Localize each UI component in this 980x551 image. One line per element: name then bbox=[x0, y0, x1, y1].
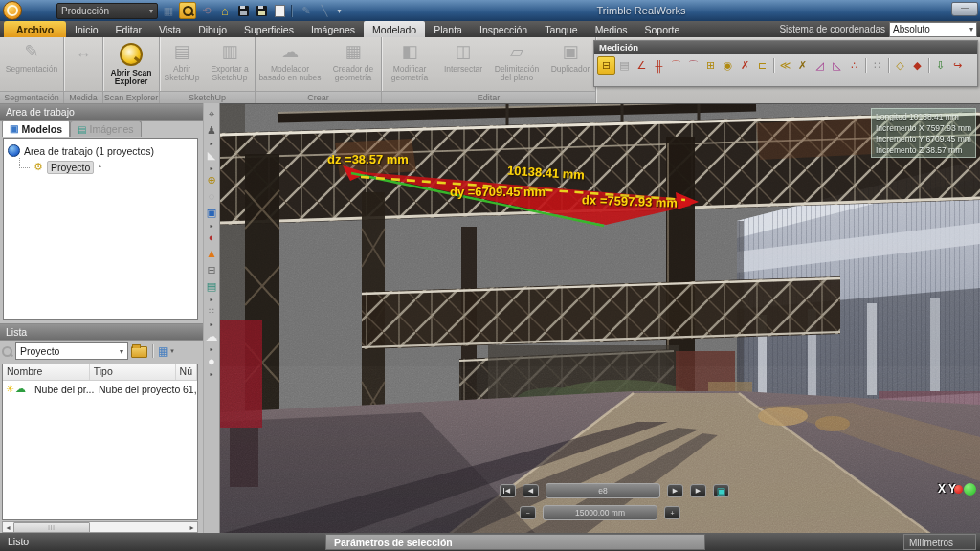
first-frame-button[interactable]: ◀ bbox=[500, 484, 516, 497]
measure-grid-icon[interactable]: ▤ bbox=[616, 57, 633, 74]
zoom-out-button[interactable]: − bbox=[520, 506, 536, 519]
sphere-display-icon[interactable]: ● bbox=[204, 353, 219, 368]
abrir-sketchup-button[interactable]: ▤ Abrir SketchUp bbox=[160, 40, 204, 83]
frame-slider[interactable]: e8 bbox=[546, 483, 660, 498]
tab-imagenes[interactable]: ▤ Imágenes bbox=[70, 121, 142, 137]
tab-imagenes[interactable]: Imágenes bbox=[302, 21, 364, 37]
home-button[interactable]: ⌂ bbox=[217, 3, 233, 18]
point-cloud-scene[interactable] bbox=[220, 104, 980, 534]
camera-view-button[interactable]: ▣ bbox=[713, 484, 729, 497]
intersectar-button[interactable]: ◫ Intersectar bbox=[438, 40, 488, 75]
tab-tanque[interactable]: Tanque bbox=[536, 21, 586, 37]
table-view-button[interactable]: ▦ ▾ bbox=[158, 344, 174, 358]
cloud-display-icon[interactable]: ☁ bbox=[204, 328, 219, 343]
expand-arrow-icon[interactable]: ▸ bbox=[210, 164, 212, 171]
tab-planta[interactable]: Planta bbox=[425, 21, 471, 37]
toolbar-options-chevron[interactable]: ▾ bbox=[335, 3, 344, 18]
duplicador-button[interactable]: ▣ Duplicador bbox=[546, 40, 595, 75]
tree-item-proyecto[interactable]: ⚙ Proyecto * bbox=[4, 159, 197, 175]
display-settings-icon[interactable]: ▣ bbox=[204, 205, 219, 220]
tab-editar[interactable]: Editar bbox=[107, 21, 150, 37]
search-tool-button[interactable] bbox=[179, 2, 196, 19]
list-filter-select[interactable]: Proyecto ▾ bbox=[15, 342, 128, 360]
tab-soporte[interactable]: Soporte bbox=[635, 21, 688, 37]
measure-angle-icon[interactable]: ∠ bbox=[634, 57, 650, 74]
orbit-icon[interactable]: ◌ bbox=[204, 188, 219, 204]
column-nombre[interactable]: Nombre bbox=[3, 364, 90, 380]
document-button[interactable] bbox=[272, 3, 287, 18]
creador-geometria-button[interactable]: ▦ Creador de geometría bbox=[325, 40, 381, 83]
fit-plane-2-icon[interactable]: ◆ bbox=[909, 57, 925, 74]
expand-arrow-icon[interactable]: ▸ bbox=[210, 221, 212, 229]
marker-icon[interactable]: ∷ bbox=[204, 303, 219, 319]
measure-arch-2-icon[interactable]: ⌒ bbox=[685, 57, 702, 74]
pick-point-icon[interactable]: ⌖ bbox=[204, 106, 219, 121]
tab-vista[interactable]: Vista bbox=[150, 21, 189, 37]
measure-dashes-icon[interactable]: ⊏ bbox=[754, 57, 770, 74]
capture-image-icon[interactable]: ▤ bbox=[204, 278, 219, 294]
exportar-sketchup-button[interactable]: ▥ Exportar a SketchUp bbox=[205, 40, 255, 83]
view-cone-icon[interactable]: ◣ bbox=[204, 147, 219, 163]
expand-arrow-icon[interactable]: ▸ bbox=[210, 320, 212, 327]
fit-plane-icon[interactable]: ◇ bbox=[892, 57, 908, 74]
tree-item-workspace[interactable]: Area de trabajo (1 proyectos) bbox=[4, 143, 197, 159]
grid-tool-button[interactable]: ▦ bbox=[161, 3, 176, 18]
stereo-view-icon[interactable]: ◐ bbox=[204, 230, 219, 245]
expand-arrow-icon[interactable]: ▸ bbox=[210, 139, 212, 146]
units-indicator[interactable]: Milímetros bbox=[903, 534, 976, 550]
line-tool-button[interactable]: ╲ bbox=[317, 3, 332, 18]
slope-percent-icon[interactable]: ◿ bbox=[812, 57, 828, 74]
xyz-coordinates-icon[interactable]: ∷ bbox=[869, 57, 885, 74]
scale-value-bar[interactable]: 15000.00 mm bbox=[543, 505, 657, 520]
scroll-right-arrow[interactable]: ▸ bbox=[187, 523, 197, 532]
scroll-left-arrow[interactable]: ◂ bbox=[3, 523, 13, 532]
medida-button[interactable]: ↔ bbox=[64, 40, 102, 66]
column-tipo[interactable]: Tipo bbox=[90, 364, 176, 380]
measure-point-icon[interactable]: ⊟ bbox=[597, 56, 615, 75]
application-menu-button[interactable] bbox=[3, 1, 22, 20]
measure-network-icon[interactable]: ⊞ bbox=[702, 57, 719, 74]
measure-delete-icon[interactable]: ✗ bbox=[737, 57, 753, 74]
tab-dibujo[interactable]: Dibujo bbox=[189, 21, 235, 37]
zoom-target-icon[interactable]: ⊕ bbox=[204, 172, 219, 187]
viewport-3d[interactable]: dz =38.57 mm 10138.41 mm dy =6709.45 mm … bbox=[220, 103, 980, 534]
profile-combobox[interactable]: Producción ▾ bbox=[56, 3, 158, 19]
tab-superficies[interactable]: Superficies bbox=[235, 21, 302, 37]
angle-measure-icon[interactable]: ≪ bbox=[777, 57, 793, 74]
save-measure-icon[interactable]: ⇩ bbox=[932, 57, 948, 74]
zoom-in-button[interactable]: + bbox=[664, 506, 680, 519]
next-frame-button[interactable]: ▶ bbox=[667, 484, 683, 497]
measure-tool-icon[interactable]: ⊟ bbox=[204, 262, 219, 277]
table-row[interactable]: ☀ ☁ Nube del pr... Nube del proyecto 61, bbox=[3, 381, 197, 397]
last-frame-button[interactable]: ▶ bbox=[690, 484, 706, 497]
tab-archivo[interactable]: Archivo bbox=[4, 21, 66, 37]
tab-modelado[interactable]: Modelado bbox=[364, 21, 425, 37]
save-button[interactable] bbox=[235, 3, 251, 18]
tab-inspeccion[interactable]: Inspección bbox=[471, 21, 536, 37]
measure-3d-icon[interactable]: ◉ bbox=[720, 57, 736, 74]
expand-arrow-icon[interactable]: ▸ bbox=[210, 295, 212, 302]
tab-modelos[interactable]: ▣ Modelos bbox=[2, 120, 70, 137]
minimize-button[interactable]: — bbox=[951, 2, 978, 16]
scrollbar-thumb[interactable]: ||| bbox=[13, 522, 90, 533]
measure-arch-icon[interactable]: ⌒ bbox=[668, 57, 684, 74]
coordinate-system-select[interactable]: Absoluto ▾ bbox=[889, 22, 977, 37]
tab-medios[interactable]: Medios bbox=[587, 21, 636, 37]
abrir-scan-explorer-button[interactable]: Abrir Scan Explorer bbox=[103, 40, 159, 87]
delimitacion-plano-button[interactable]: ▱ Delimitación del plano bbox=[489, 40, 545, 83]
limit-box-icon[interactable]: ▲ bbox=[204, 246, 219, 261]
folder-icon[interactable] bbox=[131, 346, 147, 358]
segmentacion-button[interactable]: ✎ Segmentación bbox=[0, 40, 63, 75]
polyline-measure-icon[interactable]: ∴ bbox=[846, 57, 862, 74]
tab-inicio[interactable]: Inicio bbox=[66, 21, 107, 37]
measure-height-icon[interactable]: ╫ bbox=[651, 57, 667, 74]
expand-arrow-icon[interactable]: ▸ bbox=[210, 344, 212, 352]
close-measure-icon[interactable]: ↪ bbox=[949, 57, 966, 74]
pen-tool-button[interactable]: ✎ bbox=[299, 3, 314, 18]
slope-percent-2-icon[interactable]: ◺ bbox=[829, 57, 845, 74]
save-as-button[interactable] bbox=[254, 3, 269, 18]
expand-arrow-icon[interactable]: ▸ bbox=[210, 369, 212, 377]
selection-parameters-bar[interactable]: Parámetros de selección bbox=[325, 534, 705, 550]
modificar-geometria-button[interactable]: ◧ Modificar geometría bbox=[382, 40, 437, 83]
cross-section-icon[interactable]: ✗ bbox=[794, 57, 811, 74]
